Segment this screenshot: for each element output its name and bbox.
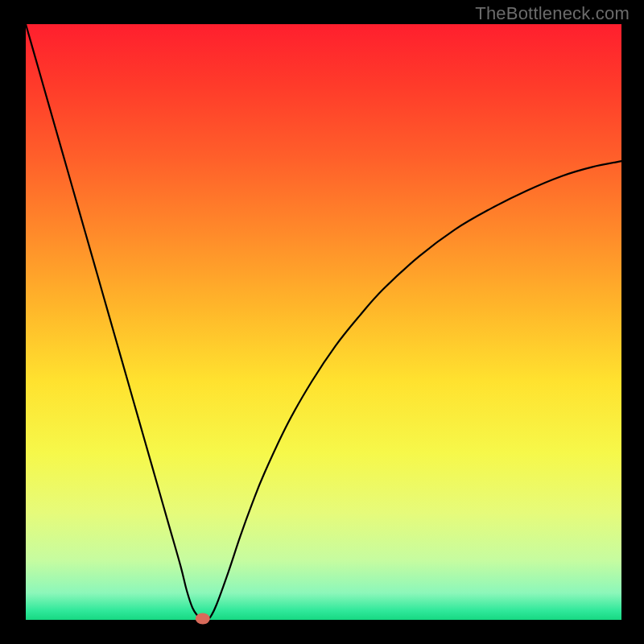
optimal-point-marker xyxy=(196,613,210,625)
bottleneck-chart xyxy=(0,0,644,644)
chart-frame: TheBottleneck.com xyxy=(0,0,644,644)
plot-background xyxy=(26,24,621,620)
